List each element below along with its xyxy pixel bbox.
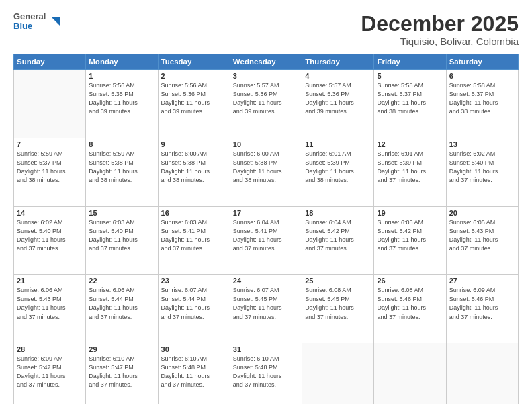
calendar-cell: 8Sunrise: 5:59 AM Sunset: 5:38 PM Daylig… (86, 138, 158, 206)
day-info: Sunrise: 6:00 AM Sunset: 5:38 PM Dayligh… (161, 150, 227, 185)
calendar-cell: 31Sunrise: 6:10 AM Sunset: 5:48 PM Dayli… (230, 343, 302, 404)
day-number: 13 (449, 140, 515, 148)
calendar-row: 1Sunrise: 5:56 AM Sunset: 5:35 PM Daylig… (14, 70, 519, 138)
day-number: 4 (305, 72, 371, 80)
day-info: Sunrise: 6:10 AM Sunset: 5:47 PM Dayligh… (89, 355, 154, 390)
day-info: Sunrise: 5:56 AM Sunset: 5:35 PM Dayligh… (89, 81, 154, 116)
calendar-cell: 27Sunrise: 6:09 AM Sunset: 5:46 PM Dayli… (446, 275, 518, 343)
day-number: 1 (89, 72, 154, 80)
header: General Blue December 2025 Tiquisio, Bol… (13, 12, 519, 47)
logo-general: General (13, 12, 46, 21)
day-info: Sunrise: 6:05 AM Sunset: 5:43 PM Dayligh… (449, 218, 515, 253)
day-number: 14 (17, 209, 83, 217)
calendar-cell: 3Sunrise: 5:57 AM Sunset: 5:36 PM Daylig… (230, 70, 302, 138)
day-number: 8 (89, 140, 154, 148)
day-number: 29 (89, 345, 154, 353)
weekday-header: Tuesday (158, 54, 230, 70)
day-number: 7 (17, 140, 83, 148)
calendar-cell (374, 343, 446, 404)
day-number: 6 (449, 72, 515, 80)
day-number: 10 (233, 140, 299, 148)
day-number: 2 (161, 72, 227, 80)
calendar-cell: 28Sunrise: 6:09 AM Sunset: 5:47 PM Dayli… (14, 343, 86, 404)
day-number: 23 (161, 277, 227, 285)
main-title: December 2025 (361, 12, 519, 36)
day-number: 27 (449, 277, 515, 285)
day-number: 15 (89, 209, 154, 217)
day-info: Sunrise: 6:08 AM Sunset: 5:46 PM Dayligh… (377, 286, 443, 321)
day-info: Sunrise: 6:10 AM Sunset: 5:48 PM Dayligh… (161, 355, 227, 390)
calendar-cell: 7Sunrise: 5:59 AM Sunset: 5:37 PM Daylig… (14, 138, 86, 206)
calendar-cell: 29Sunrise: 6:10 AM Sunset: 5:47 PM Dayli… (86, 343, 158, 404)
calendar-cell: 2Sunrise: 5:56 AM Sunset: 5:36 PM Daylig… (158, 70, 230, 138)
day-info: Sunrise: 6:05 AM Sunset: 5:42 PM Dayligh… (377, 218, 443, 253)
calendar-cell: 13Sunrise: 6:02 AM Sunset: 5:40 PM Dayli… (446, 138, 518, 206)
day-info: Sunrise: 5:59 AM Sunset: 5:38 PM Dayligh… (89, 150, 154, 185)
day-info: Sunrise: 6:02 AM Sunset: 5:40 PM Dayligh… (449, 150, 515, 185)
calendar-cell: 16Sunrise: 6:03 AM Sunset: 5:41 PM Dayli… (158, 206, 230, 275)
calendar-cell: 6Sunrise: 5:58 AM Sunset: 5:37 PM Daylig… (446, 70, 518, 138)
calendar-cell: 24Sunrise: 6:07 AM Sunset: 5:45 PM Dayli… (230, 275, 302, 343)
day-info: Sunrise: 6:00 AM Sunset: 5:38 PM Dayligh… (233, 150, 299, 185)
weekday-header: Thursday (302, 54, 374, 70)
day-number: 30 (161, 345, 227, 353)
day-info: Sunrise: 6:06 AM Sunset: 5:44 PM Dayligh… (89, 286, 154, 321)
day-number: 3 (233, 72, 299, 80)
title-block: December 2025 Tiquisio, Bolivar, Colombi… (361, 12, 519, 47)
calendar-row: 14Sunrise: 6:02 AM Sunset: 5:40 PM Dayli… (14, 206, 519, 275)
weekday-header: Monday (86, 54, 158, 70)
day-info: Sunrise: 5:57 AM Sunset: 5:36 PM Dayligh… (233, 81, 299, 116)
day-info: Sunrise: 6:07 AM Sunset: 5:45 PM Dayligh… (233, 286, 299, 321)
calendar-cell (446, 343, 518, 404)
day-number: 25 (305, 277, 371, 285)
day-info: Sunrise: 6:03 AM Sunset: 5:40 PM Dayligh… (89, 218, 154, 253)
calendar-row: 7Sunrise: 5:59 AM Sunset: 5:37 PM Daylig… (14, 138, 519, 206)
calendar-cell: 22Sunrise: 6:06 AM Sunset: 5:44 PM Dayli… (86, 275, 158, 343)
day-info: Sunrise: 5:58 AM Sunset: 5:37 PM Dayligh… (377, 81, 443, 116)
calendar-cell: 19Sunrise: 6:05 AM Sunset: 5:42 PM Dayli… (374, 206, 446, 275)
weekday-header: Friday (374, 54, 446, 70)
calendar-cell: 5Sunrise: 5:58 AM Sunset: 5:37 PM Daylig… (374, 70, 446, 138)
day-number: 24 (233, 277, 299, 285)
weekday-header: Sunday (14, 54, 86, 70)
calendar-row: 21Sunrise: 6:06 AM Sunset: 5:43 PM Dayli… (14, 275, 519, 343)
logo: General Blue (13, 12, 63, 32)
day-number: 18 (305, 209, 371, 217)
day-number: 19 (377, 209, 443, 217)
weekday-header: Saturday (446, 54, 518, 70)
page: General Blue December 2025 Tiquisio, Bol… (0, 0, 532, 411)
calendar-cell: 15Sunrise: 6:03 AM Sunset: 5:40 PM Dayli… (86, 206, 158, 275)
day-info: Sunrise: 5:58 AM Sunset: 5:37 PM Dayligh… (449, 81, 515, 116)
day-info: Sunrise: 5:57 AM Sunset: 5:36 PM Dayligh… (305, 81, 371, 116)
calendar-cell: 26Sunrise: 6:08 AM Sunset: 5:46 PM Dayli… (374, 275, 446, 343)
day-number: 11 (305, 140, 371, 148)
calendar-cell: 17Sunrise: 6:04 AM Sunset: 5:41 PM Dayli… (230, 206, 302, 275)
day-number: 28 (17, 345, 83, 353)
day-number: 26 (377, 277, 443, 285)
day-number: 22 (89, 277, 154, 285)
calendar-cell (302, 343, 374, 404)
day-number: 12 (377, 140, 443, 148)
day-info: Sunrise: 5:56 AM Sunset: 5:36 PM Dayligh… (161, 81, 227, 116)
calendar-cell (14, 70, 86, 138)
calendar-table: SundayMondayTuesdayWednesdayThursdayFrid… (13, 54, 519, 404)
day-number: 17 (233, 209, 299, 217)
day-number: 20 (449, 209, 515, 217)
day-info: Sunrise: 6:03 AM Sunset: 5:41 PM Dayligh… (161, 218, 227, 253)
calendar-row: 28Sunrise: 6:09 AM Sunset: 5:47 PM Dayli… (14, 343, 519, 404)
weekday-header: Wednesday (230, 54, 302, 70)
calendar-cell: 30Sunrise: 6:10 AM Sunset: 5:48 PM Dayli… (158, 343, 230, 404)
day-info: Sunrise: 6:04 AM Sunset: 5:42 PM Dayligh… (305, 218, 371, 253)
calendar-cell: 10Sunrise: 6:00 AM Sunset: 5:38 PM Dayli… (230, 138, 302, 206)
calendar-cell: 21Sunrise: 6:06 AM Sunset: 5:43 PM Dayli… (14, 275, 86, 343)
header-row: SundayMondayTuesdayWednesdayThursdayFrid… (14, 54, 519, 70)
calendar-cell: 23Sunrise: 6:07 AM Sunset: 5:44 PM Dayli… (158, 275, 230, 343)
day-info: Sunrise: 5:59 AM Sunset: 5:37 PM Dayligh… (17, 150, 83, 185)
day-number: 21 (17, 277, 83, 285)
day-info: Sunrise: 6:02 AM Sunset: 5:40 PM Dayligh… (17, 218, 83, 253)
day-info: Sunrise: 6:01 AM Sunset: 5:39 PM Dayligh… (305, 150, 371, 185)
calendar-cell: 12Sunrise: 6:01 AM Sunset: 5:39 PM Dayli… (374, 138, 446, 206)
logo-arrow-icon (48, 14, 63, 29)
day-number: 9 (161, 140, 227, 148)
day-info: Sunrise: 6:08 AM Sunset: 5:45 PM Dayligh… (305, 286, 371, 321)
